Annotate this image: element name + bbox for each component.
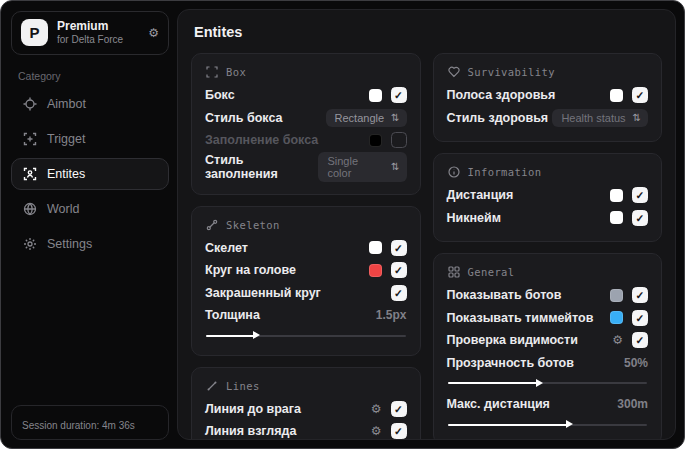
skeleton-card: Skeleton Скелет ✓ Круг на голове ✓	[191, 206, 421, 356]
setting-row: Дистанция ✓	[447, 184, 649, 207]
setting-label: Стиль заполнения	[205, 153, 318, 181]
bot-opacity-slider[interactable]	[448, 382, 648, 384]
sidebar-item-world[interactable]: World	[11, 193, 169, 225]
sidebar-item-entites[interactable]: Entites	[11, 158, 169, 190]
color-swatch[interactable]	[610, 211, 623, 224]
setting-label: Макс. дистанция	[447, 397, 550, 411]
fill-style-select[interactable]: Single color ⇅	[318, 152, 406, 182]
gear-icon[interactable]: ⚙	[371, 403, 382, 415]
setting-row: Заполнение бокса ✓	[205, 129, 407, 152]
select-value: Single color	[327, 155, 384, 179]
sidebar-item-aimbot[interactable]: Aimbot	[11, 88, 169, 120]
color-swatch[interactable]	[610, 289, 623, 302]
setting-label: Закрашенный круг	[205, 286, 321, 300]
checkbox[interactable]: ✓	[632, 332, 648, 348]
checkbox[interactable]: ✓	[391, 423, 407, 439]
checkbox[interactable]: ✓	[391, 401, 407, 417]
setting-row: Макс. дистанция 300m	[447, 393, 649, 416]
setting-label: Дистанция	[447, 188, 514, 202]
color-swatch[interactable]	[369, 89, 382, 102]
sidebar-item-settings[interactable]: Settings	[11, 228, 169, 260]
globe-icon	[23, 202, 37, 216]
sidebar-item-trigget[interactable]: Trigget	[11, 123, 169, 155]
max-distance-slider[interactable]	[448, 424, 648, 426]
color-swatch[interactable]	[369, 241, 382, 254]
checkbox[interactable]: ✓	[391, 87, 407, 103]
setting-row: Стиль бокса Rectangle ⇅	[205, 107, 407, 130]
setting-label: Заполнение бокса	[205, 133, 318, 147]
checkbox[interactable]: ✓	[391, 285, 407, 301]
checkbox[interactable]: ✓	[632, 310, 648, 326]
session-duration-text: Session duration: 4m 36s	[22, 420, 135, 431]
main-panel: Entites Box Бокс ✓	[177, 9, 676, 440]
setting-row: Круг на голове ✓	[205, 259, 407, 282]
gear-icon[interactable]: ⚙	[612, 334, 623, 346]
select-value: Rectangle	[335, 112, 385, 124]
sidebar-nav: Aimbot Trigget Entites World	[11, 88, 169, 260]
product-subtitle: for Delta Force	[57, 34, 139, 47]
category-label: Category	[18, 70, 169, 82]
card-title: Information	[468, 166, 542, 178]
color-swatch[interactable]	[610, 189, 623, 202]
color-swatch[interactable]	[369, 134, 382, 147]
checkbox[interactable]: ✓	[391, 262, 407, 278]
sidebar-item-label: Settings	[47, 237, 92, 251]
card-title: Survivability	[468, 66, 555, 78]
card-title: Skeleton	[226, 219, 280, 231]
setting-label: Стиль бокса	[205, 111, 282, 125]
product-name: Premium	[57, 19, 139, 34]
crosshair-icon	[23, 97, 37, 111]
checkbox[interactable]: ✓	[632, 87, 648, 103]
setting-row: Стиль здоровья Health status ⇅	[447, 107, 649, 130]
setting-label: Стиль здоровья	[447, 111, 549, 125]
thickness-slider[interactable]	[206, 335, 406, 337]
gear-icon[interactable]: ⚙	[371, 425, 382, 437]
page-title: Entites	[194, 24, 662, 40]
setting-label: Бокс	[205, 88, 235, 102]
distance-value: 300m	[617, 397, 648, 411]
color-swatch[interactable]	[369, 264, 382, 277]
general-card: General Показывать ботов ✓ Показывать ти…	[433, 253, 663, 440]
checkbox[interactable]: ✓	[391, 132, 407, 148]
heart-pulse-icon	[448, 66, 460, 78]
card-title: General	[468, 266, 515, 278]
checkbox[interactable]: ✓	[632, 287, 648, 303]
color-swatch[interactable]	[610, 89, 623, 102]
sidebar-item-label: Aimbot	[47, 97, 86, 111]
sync-icon[interactable]: ⚙	[148, 26, 159, 40]
bone-icon	[206, 219, 218, 231]
checkbox[interactable]: ✓	[632, 210, 648, 226]
setting-row: Закрашенный круг ✓	[205, 282, 407, 305]
color-swatch[interactable]	[610, 311, 623, 324]
setting-label: Линия взгляда	[205, 424, 296, 438]
select-value: Health status	[561, 112, 625, 124]
setting-label: Круг на голове	[205, 263, 296, 277]
chevron-updown-icon: ⇅	[391, 161, 399, 172]
brand-card: P Premium for Delta Force ⚙	[11, 11, 169, 55]
trigger-icon	[23, 132, 37, 146]
health-style-select[interactable]: Health status ⇅	[552, 109, 648, 127]
setting-row: Стиль заполнения Single color ⇅	[205, 152, 407, 182]
card-title: Box	[226, 66, 246, 78]
checkbox[interactable]: ✓	[391, 240, 407, 256]
sidebar: P Premium for Delta Force ⚙ Category Aim…	[1, 1, 177, 448]
setting-label: Показывать ботов	[447, 288, 562, 302]
box-card: Box Бокс ✓ Стиль бокса Rectangle ⇅	[191, 53, 421, 195]
chevron-updown-icon: ⇅	[633, 112, 641, 123]
setting-label: Скелет	[205, 241, 248, 255]
setting-row: Показывать тиммейтов ✓	[447, 307, 649, 330]
setting-row: Проверка видимости ⚙ ✓	[447, 329, 649, 352]
gear-icon	[23, 237, 37, 251]
setting-row: Прозрачность ботов 50%	[447, 352, 649, 375]
setting-label: Показывать тиммейтов	[447, 311, 594, 325]
box-style-select[interactable]: Rectangle ⇅	[326, 109, 407, 127]
info-icon	[448, 166, 460, 178]
setting-row: Бокс ✓	[205, 84, 407, 107]
brand-logo: P	[21, 19, 48, 46]
opacity-value: 50%	[624, 356, 648, 370]
setting-row: Показывать ботов ✓	[447, 284, 649, 307]
checkbox[interactable]: ✓	[632, 187, 648, 203]
line-icon	[206, 380, 218, 392]
setting-label: Прозрачность ботов	[447, 356, 574, 370]
grid-icon	[448, 266, 460, 278]
